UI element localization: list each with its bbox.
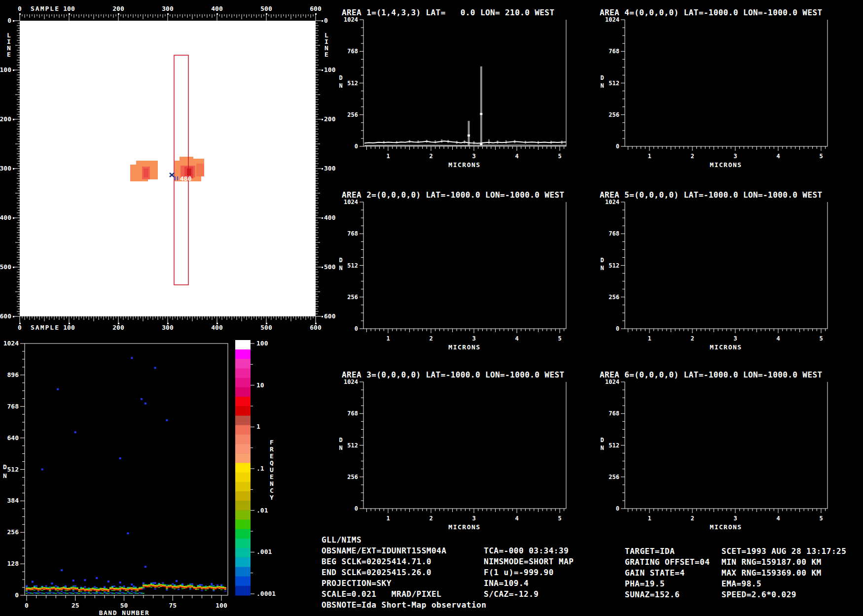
obs-info-left-line: GLL/NIMS bbox=[322, 536, 361, 544]
strip-cell bbox=[47, 593, 49, 594]
strip-cell bbox=[72, 593, 74, 594]
strip-cell bbox=[49, 591, 51, 592]
colorbar-segment bbox=[235, 482, 251, 492]
strip-cell bbox=[197, 589, 199, 590]
spike-marker bbox=[467, 135, 470, 137]
colorbar-segment bbox=[235, 453, 251, 463]
strip-cell bbox=[216, 586, 218, 587]
dn-tick-label: 256 bbox=[609, 294, 619, 301]
strip-cell bbox=[189, 585, 191, 586]
colorbar-segment bbox=[235, 586, 251, 596]
strip-cell bbox=[84, 586, 86, 588]
frequency-axis-title: C bbox=[270, 487, 274, 494]
strip-cell bbox=[26, 591, 28, 592]
micron-tick-label: 2 bbox=[690, 153, 694, 160]
micron-tick-label: 1 bbox=[386, 335, 390, 342]
strip-cell bbox=[129, 587, 131, 588]
strip-cell bbox=[180, 584, 181, 585]
colorbar-segment bbox=[235, 369, 251, 378]
strip-cell bbox=[67, 593, 69, 594]
line-tick-label: 0 bbox=[7, 17, 11, 24]
scatter-point bbox=[96, 577, 98, 579]
frequency-tick-label: .1 bbox=[256, 465, 264, 472]
dn-tick-label: 1024 bbox=[344, 199, 358, 205]
strip-cell bbox=[106, 588, 108, 589]
strip-cell bbox=[213, 589, 215, 590]
frequency-tick-label: .01 bbox=[256, 507, 268, 514]
frequency-tick-label: 100 bbox=[256, 340, 268, 347]
colorbar-segment bbox=[235, 425, 251, 435]
obs-info-left-line: OBSNAME/EXT=IDUNRT15SM04A bbox=[322, 547, 446, 555]
strip-cell bbox=[43, 593, 45, 594]
scatter-point bbox=[154, 367, 156, 369]
strip-cell bbox=[94, 588, 96, 589]
micron-tick-label: 2 bbox=[429, 153, 432, 160]
micron-tick-label: 4 bbox=[776, 335, 780, 342]
colorbar-segment bbox=[235, 577, 251, 586]
micron-tick-label: 2 bbox=[429, 335, 432, 342]
strip-cell bbox=[148, 584, 150, 585]
strip-cell bbox=[36, 593, 37, 594]
dn-tick-label: 1024 bbox=[605, 378, 619, 385]
strip-cell bbox=[213, 585, 215, 586]
strip-cell bbox=[203, 586, 205, 587]
strip-cell bbox=[71, 593, 72, 594]
microns-axis-title: MICRONS bbox=[710, 161, 742, 169]
strip-cell bbox=[162, 582, 164, 584]
scatter-point bbox=[32, 581, 34, 583]
strip-cell bbox=[129, 593, 131, 594]
strip-cell bbox=[207, 586, 209, 587]
sky-image[interactable] bbox=[20, 21, 316, 316]
strip-cell bbox=[170, 584, 172, 585]
scatter-point bbox=[166, 419, 168, 421]
micron-tick-label: 5 bbox=[819, 153, 823, 160]
micron-tick-label: 4 bbox=[515, 153, 518, 160]
strip-cell bbox=[125, 590, 127, 591]
strip-cell bbox=[201, 587, 203, 588]
strip-cell bbox=[218, 586, 220, 587]
obs-info-right-line: GRATING OFFSET=04 bbox=[625, 558, 710, 566]
strip-cell bbox=[224, 591, 226, 592]
strip-cell bbox=[199, 585, 201, 586]
strip-cell bbox=[102, 590, 104, 591]
micron-tick-label: 5 bbox=[819, 515, 823, 522]
strip-cell bbox=[174, 588, 176, 589]
strip-cell bbox=[90, 593, 92, 594]
strip-cell bbox=[172, 583, 174, 585]
dn-axis-title: N bbox=[600, 265, 604, 272]
dn-tick-label: 256 bbox=[347, 294, 358, 301]
scatter-point bbox=[51, 582, 53, 584]
dn-tick-label: 256 bbox=[347, 111, 358, 118]
dn-tick-label: 768 bbox=[609, 410, 619, 417]
strip-cell bbox=[119, 586, 121, 587]
strip-cell bbox=[209, 585, 211, 586]
strip-cell bbox=[109, 587, 111, 588]
sample-tick-label: 200 bbox=[112, 324, 124, 331]
strip-cell bbox=[137, 593, 139, 594]
line-axis-title: E bbox=[324, 51, 328, 58]
strip-cell bbox=[80, 592, 82, 593]
strip-cell bbox=[96, 589, 98, 590]
strip-cell bbox=[160, 584, 162, 585]
strip-cell bbox=[100, 593, 102, 594]
strip-cell bbox=[106, 593, 108, 594]
strip-cell bbox=[82, 593, 84, 594]
frequency-axis-title: E bbox=[270, 452, 274, 460]
cursor-coordinate-label: 480 bbox=[180, 175, 192, 182]
spike-marker bbox=[480, 113, 482, 115]
strip-cell bbox=[26, 588, 28, 589]
strip-cell bbox=[88, 592, 90, 593]
colorbar-segment bbox=[235, 415, 251, 425]
colorbar-segment bbox=[235, 444, 251, 454]
strip-cell bbox=[197, 585, 199, 586]
strip-cell bbox=[28, 587, 30, 588]
strip-cell bbox=[222, 586, 224, 587]
strip-cell bbox=[137, 590, 139, 591]
strip-cell bbox=[26, 585, 28, 587]
strip-cell bbox=[36, 585, 37, 587]
strip-cell bbox=[160, 586, 162, 587]
strip-cell bbox=[59, 593, 61, 594]
micron-tick-label: 1 bbox=[386, 515, 390, 522]
frequency-tick-label: 10 bbox=[256, 381, 264, 389]
colorbar-segment bbox=[235, 510, 251, 520]
